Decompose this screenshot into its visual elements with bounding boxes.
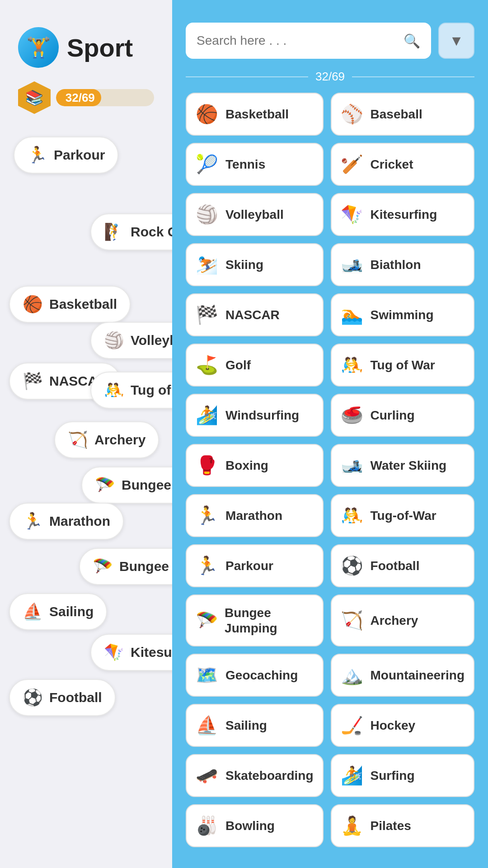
right-panel: 🔍 ▼ 32/69 🏀Basketball⚾Baseball🎾Tennis🏏Cr… bbox=[172, 0, 488, 868]
sport-label: Archery bbox=[94, 432, 145, 448]
grid-item-geocaching[interactable]: 🗺️Geocaching bbox=[186, 654, 323, 697]
search-input[interactable] bbox=[197, 33, 397, 48]
grid-emoji: 🗺️ bbox=[196, 665, 218, 686]
left-sport-items: 🏃Parkour🧗Rock Climbing🏀Basketball🏐Volley… bbox=[0, 123, 172, 868]
grid-emoji: 🪁 bbox=[341, 204, 363, 225]
sport-label: Marathon bbox=[49, 514, 110, 529]
grid-label: Mountaineering bbox=[371, 668, 465, 683]
grid-item-football[interactable]: ⚽Football bbox=[331, 544, 474, 587]
grid-item-skateboarding[interactable]: 🛹Skateboarding bbox=[186, 754, 323, 797]
sport-label: Rock Climbing bbox=[131, 224, 172, 240]
grid-emoji: 🛹 bbox=[196, 765, 218, 786]
sport-label: Basketball bbox=[49, 297, 117, 312]
grid-item-cricket[interactable]: 🏏Cricket bbox=[331, 143, 474, 186]
grid-emoji: 🏁 bbox=[196, 304, 218, 326]
grid-emoji: ⚾ bbox=[341, 104, 363, 125]
sport-label: Parkour bbox=[54, 147, 105, 163]
sport-emoji: ⚽ bbox=[23, 688, 43, 707]
grid-label: Windsurfing bbox=[225, 408, 299, 423]
grid-item-golf[interactable]: ⛳Golf bbox=[186, 344, 323, 387]
grid-emoji: 🤼 bbox=[341, 354, 363, 376]
filter-button[interactable]: ▼ bbox=[438, 23, 474, 59]
grid-label: Pilates bbox=[371, 818, 411, 834]
grid-item-tug-of-war-2[interactable]: 🤼Tug-of-War bbox=[331, 494, 474, 537]
grid-label: Football bbox=[371, 558, 420, 574]
grid-label: Biathlon bbox=[371, 257, 421, 273]
grid-emoji: ⛷️ bbox=[196, 254, 218, 275]
left-item-sailing[interactable]: ⛵Sailing bbox=[9, 593, 107, 630]
grid-label: Tennis bbox=[225, 157, 265, 172]
grid-item-skiing[interactable]: ⛷️Skiing bbox=[186, 243, 323, 286]
grid-item-windsurfing[interactable]: 🏄Windsurfing bbox=[186, 394, 323, 437]
grid-label: Surfing bbox=[371, 768, 415, 783]
grid-item-bowling[interactable]: 🎳Bowling bbox=[186, 804, 323, 847]
grid-item-surfing[interactable]: 🏄Surfing bbox=[331, 754, 474, 797]
grid-emoji: 🏏 bbox=[341, 154, 363, 175]
grid-item-biathlon[interactable]: 🎿Biathlon bbox=[331, 243, 474, 286]
grid-emoji: 🏊 bbox=[341, 304, 363, 326]
grid-item-bungee-jumping[interactable]: 🪂Bungee Jumping bbox=[186, 594, 323, 646]
grid-item-nascar[interactable]: 🏁NASCAR bbox=[186, 293, 323, 336]
left-item-marathon[interactable]: 🏃Marathon bbox=[9, 503, 124, 540]
sport-emoji: 🤼 bbox=[104, 381, 124, 400]
grid-label: Golf bbox=[225, 358, 251, 373]
left-panel: 🏋️ Sport 📚 32/69 🏃Parkour🧗Rock Climbing🏀… bbox=[0, 0, 172, 868]
left-item-tug-of-war[interactable]: 🤼Tug of War bbox=[90, 372, 172, 409]
grid-item-kitesurfing[interactable]: 🪁Kitesurfing bbox=[331, 193, 474, 236]
sport-label: Football bbox=[49, 690, 102, 705]
left-item-kitesurfing[interactable]: 🪁Kitesurfing bbox=[90, 634, 172, 671]
left-item-archery[interactable]: 🏹Archery bbox=[54, 421, 159, 458]
left-item-volleyball[interactable]: 🏐Volleyball bbox=[90, 322, 172, 359]
left-item-football[interactable]: ⚽Football bbox=[9, 679, 116, 716]
sport-emoji: 🪂 bbox=[95, 476, 115, 495]
sport-emoji: 🏹 bbox=[68, 430, 88, 449]
sport-label: Bungee Jumping bbox=[122, 477, 172, 493]
sport-label: Volleyball bbox=[131, 333, 172, 348]
sport-label: Sailing bbox=[49, 604, 94, 619]
grid-item-tennis[interactable]: 🎾Tennis bbox=[186, 143, 323, 186]
grid-item-sailing[interactable]: ⛵Sailing bbox=[186, 704, 323, 747]
left-item-basketball[interactable]: 🏀Basketball bbox=[9, 286, 131, 323]
grid-item-baseball[interactable]: ⚾Baseball bbox=[331, 93, 474, 136]
search-input-wrapper[interactable]: 🔍 bbox=[186, 23, 431, 59]
grid-label: Parkour bbox=[225, 558, 273, 574]
grid-emoji: 🏒 bbox=[341, 715, 363, 736]
grid-item-mountaineering[interactable]: 🏔️Mountaineering bbox=[331, 654, 474, 697]
grid-label: Skiing bbox=[225, 257, 263, 273]
grid-label: Baseball bbox=[371, 107, 422, 122]
grid-emoji: 🏄 bbox=[196, 405, 218, 426]
left-item-bungee-jumping-1[interactable]: 🪂Bungee Jumping bbox=[81, 467, 172, 504]
left-item-bungee-jumping-2[interactable]: 🪂Bungee Jumping bbox=[79, 548, 172, 585]
grid-emoji: 🥊 bbox=[196, 455, 218, 476]
grid-item-pilates[interactable]: 🧘Pilates bbox=[331, 804, 474, 847]
grid-item-hockey[interactable]: 🏒Hockey bbox=[331, 704, 474, 747]
grid-emoji: 🏹 bbox=[341, 610, 363, 631]
grid-emoji: 🏔️ bbox=[341, 665, 363, 686]
left-item-rock-climbing[interactable]: 🧗Rock Climbing bbox=[90, 213, 172, 250]
grid-item-curling[interactable]: 🥌Curling bbox=[331, 394, 474, 437]
grid-item-water-skiing[interactable]: 🎿Water Skiing bbox=[331, 444, 474, 487]
sport-emoji: 🏃 bbox=[27, 146, 47, 165]
progress-hex-icon: 📚 bbox=[18, 81, 51, 114]
sport-emoji: 🧗 bbox=[104, 222, 124, 241]
grid-label: Tug of War bbox=[371, 358, 435, 373]
grid-emoji: 🏄 bbox=[341, 765, 363, 786]
grid-label: Curling bbox=[371, 408, 415, 423]
grid-emoji: 🏃 bbox=[196, 505, 218, 526]
grid-item-marathon[interactable]: 🏃Marathon bbox=[186, 494, 323, 537]
grid-emoji: 🧘 bbox=[341, 815, 363, 836]
grid-item-swimming[interactable]: 🏊Swimming bbox=[331, 293, 474, 336]
grid-item-parkour[interactable]: 🏃Parkour bbox=[186, 544, 323, 587]
grid-label: Swimming bbox=[371, 307, 434, 323]
grid-label: Skateboarding bbox=[225, 768, 313, 783]
grid-item-archery[interactable]: 🏹Archery bbox=[331, 594, 474, 646]
grid-item-volleyball[interactable]: 🏐Volleyball bbox=[186, 193, 323, 236]
left-item-parkour[interactable]: 🏃Parkour bbox=[14, 137, 118, 174]
app-logo: 🏋️ bbox=[18, 27, 59, 68]
grid-item-basketball[interactable]: 🏀Basketball bbox=[186, 93, 323, 136]
app-header: 🏋️ Sport bbox=[0, 0, 172, 77]
sport-emoji: 🏁 bbox=[23, 372, 43, 391]
grid-item-tug-of-war[interactable]: 🤼Tug of War bbox=[331, 344, 474, 387]
app-title: Sport bbox=[67, 33, 133, 62]
grid-item-boxing[interactable]: 🥊Boxing bbox=[186, 444, 323, 487]
